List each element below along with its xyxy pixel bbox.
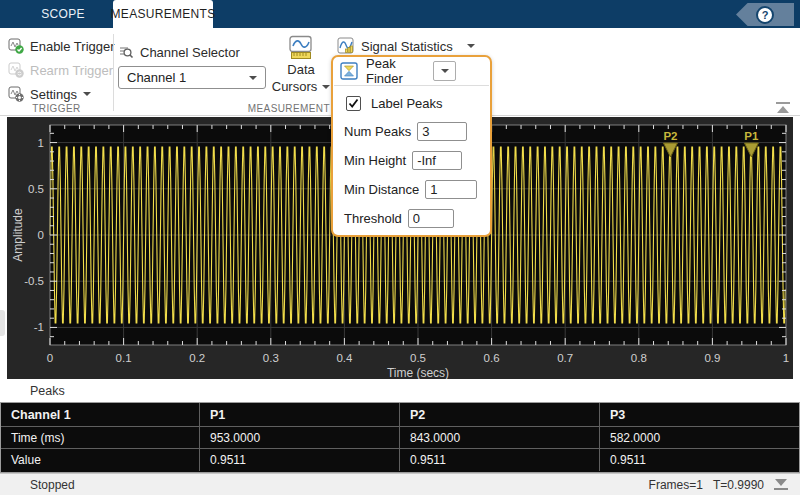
peaks-section-header: Peaks: [0, 379, 800, 402]
threshold-input[interactable]: [408, 209, 454, 228]
svg-text:P2: P2: [663, 130, 677, 142]
table-cell: 843.0000: [400, 427, 600, 449]
tab-scope[interactable]: SCOPE: [20, 0, 106, 28]
signal-statistics-icon: [337, 37, 355, 55]
min-distance-label: Min Distance: [344, 182, 419, 197]
enable-trigger-label: Enable Trigger: [30, 39, 115, 54]
time-counter: T=0.9990: [713, 478, 764, 492]
rearm-trigger-label: Rearm Trigger: [30, 63, 113, 78]
svg-text:0: 0: [47, 352, 53, 364]
group-separator: [113, 34, 114, 111]
signal-statistics-caret-icon: [467, 44, 475, 48]
status-bar: Stopped Frames=1 T=0.9990: [0, 473, 800, 495]
table-header-cell: Channel 1: [1, 403, 200, 427]
rearm-trigger-icon: [8, 62, 24, 78]
svg-text:0.5: 0.5: [28, 183, 44, 195]
collapse-arrow-icon: [777, 106, 789, 113]
measurement-group-label: MEASUREMENT: [140, 103, 330, 114]
data-cursors-label-line2: Cursors: [272, 78, 331, 95]
svg-text:0.1: 0.1: [116, 352, 132, 364]
tab-measurements[interactable]: MEASUREMENTS: [113, 0, 213, 28]
signal-statistics-label: Signal Statistics: [361, 39, 453, 54]
expand-statusbar-button[interactable]: [774, 479, 788, 490]
help-button[interactable]: ?: [736, 3, 794, 26]
svg-text:0.6: 0.6: [484, 352, 500, 364]
threshold-label: Threshold: [344, 211, 402, 226]
peaks-table: Channel 1P1P2P3Time (ms)953.0000843.0000…: [0, 402, 800, 473]
peak-finder-header[interactable]: Peak Finder: [333, 57, 490, 85]
rearm-trigger-button: Rearm Trigger: [8, 60, 113, 80]
table-cell: Value: [1, 449, 200, 471]
peak-finder-title: Peak Finder: [366, 56, 433, 86]
data-cursors-icon: [288, 35, 314, 61]
collapse-toolstrip-button[interactable]: [775, 102, 791, 114]
peaks-section-title: Peaks: [30, 384, 65, 398]
num-peaks-input[interactable]: [417, 122, 467, 141]
channel-selector-icon: [118, 44, 134, 60]
trigger-settings-button[interactable]: Settings: [8, 84, 91, 104]
svg-text:1: 1: [783, 352, 789, 364]
svg-text:-0.5: -0.5: [24, 275, 44, 287]
peak-finder-panel: Peak Finder Label Peaks Num Peaks Min He…: [331, 55, 492, 237]
frames-counter: Frames=1: [649, 478, 703, 492]
scope-window: SCOPE MEASUREMENTS ? Enable Trigger: [0, 0, 800, 495]
channel-dropdown-value: Channel 1: [127, 70, 186, 85]
trigger-group-label: TRIGGER: [0, 103, 113, 114]
table-header-cell: P1: [200, 403, 400, 427]
expand-arrow-icon: [775, 479, 787, 486]
channel-dropdown[interactable]: Channel 1: [118, 66, 266, 89]
svg-text:-1: -1: [34, 321, 44, 333]
channel-dropdown-caret-icon: [249, 76, 257, 80]
status-text: Stopped: [30, 478, 75, 492]
enable-trigger-button[interactable]: Enable Trigger: [8, 36, 115, 56]
channel-selector-button[interactable]: Channel Selector: [118, 42, 240, 62]
table-cell: 0.9511: [400, 449, 600, 471]
table-header-cell: P3: [600, 403, 799, 427]
data-cursors-caret-icon: [322, 85, 330, 89]
svg-text:1: 1: [38, 137, 44, 149]
peak-finder-dropdown-button[interactable]: [433, 61, 456, 81]
svg-text:P1: P1: [744, 130, 759, 142]
svg-text:0.2: 0.2: [189, 352, 205, 364]
svg-text:0.5: 0.5: [410, 352, 426, 364]
svg-text:0.7: 0.7: [557, 352, 573, 364]
data-cursors-label-line1: Data: [287, 61, 314, 78]
table-cell: Time (ms): [1, 427, 200, 449]
peak-finder-icon: [340, 62, 358, 80]
min-height-label: Min Height: [344, 153, 406, 168]
settings-gear-icon: [8, 86, 24, 102]
peak-finder-caret-icon: [441, 69, 449, 73]
table-header-cell: P2: [400, 403, 600, 427]
svg-text:0.4: 0.4: [336, 352, 353, 364]
table-cell: 0.9511: [600, 449, 799, 471]
min-distance-input[interactable]: [425, 180, 477, 199]
table-cell: 0.9511: [200, 449, 400, 471]
enable-trigger-icon: [8, 38, 24, 54]
label-peaks-label: Label Peaks: [371, 96, 443, 111]
collapse-bar: [776, 102, 790, 104]
settings-label: Settings: [30, 87, 77, 102]
label-peaks-checkbox[interactable]: [346, 96, 361, 111]
table-cell: 953.0000: [200, 427, 400, 449]
data-cursors-button[interactable]: Data Cursors: [274, 35, 328, 95]
table-cell: 582.0000: [600, 427, 799, 449]
splitter-handle[interactable]: [0, 310, 5, 336]
svg-text:0.3: 0.3: [263, 352, 279, 364]
signal-statistics-button[interactable]: Signal Statistics: [337, 36, 475, 56]
tab-bar: SCOPE MEASUREMENTS ?: [0, 0, 800, 28]
channel-selector-label: Channel Selector: [140, 45, 240, 60]
help-icon: ?: [756, 6, 774, 24]
svg-text:0.9: 0.9: [704, 352, 720, 364]
svg-text:Time (secs): Time (secs): [387, 366, 449, 379]
settings-caret-icon: [83, 92, 91, 96]
svg-text:Amplitude: Amplitude: [11, 208, 25, 262]
num-peaks-label: Num Peaks: [344, 124, 411, 139]
svg-text:0.8: 0.8: [631, 352, 647, 364]
min-height-input[interactable]: [412, 151, 462, 170]
svg-text:0: 0: [38, 229, 44, 241]
expand-bar: [774, 488, 788, 490]
